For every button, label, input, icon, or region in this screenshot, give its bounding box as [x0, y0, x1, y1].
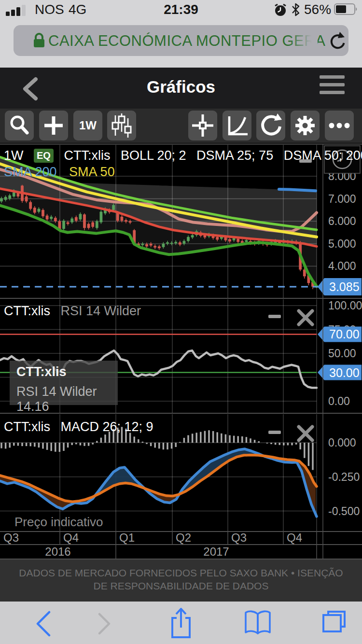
svg-text:Q3: Q3 [231, 531, 247, 544]
svg-text:30.00: 30.00 [329, 366, 360, 379]
svg-text:-0.250: -0.250 [328, 471, 360, 483]
svg-text:6.000: 6.000 [328, 215, 356, 227]
svg-text:-0.500: -0.500 [328, 505, 360, 518]
main-interval: 1W [4, 148, 24, 163]
macd-minimize-button[interactable] [268, 431, 281, 434]
svg-text:0.00: 0.00 [328, 395, 350, 407]
iphone-screen: NOS 4G 21:39 56% CAIXA ECONÓMICA MONTEPI… [0, 0, 362, 644]
svg-text:4.000: 4.000 [328, 260, 356, 272]
macd-symbol: CTT:xlis [4, 420, 50, 434]
rsi-tooltip-symbol: CTT:xlis [16, 364, 111, 379]
indicator-boll: BOLL 20; 2 [121, 148, 186, 163]
equity-badge: EQ [34, 149, 54, 163]
indicator-dsma1: DSMA 25; 75 [196, 148, 273, 163]
svg-text:Q4: Q4 [63, 531, 79, 544]
main-symbol: CTT:xlis [64, 148, 110, 163]
rsi-minimize-button[interactable] [268, 315, 281, 318]
svg-text:100.00: 100.00 [328, 299, 362, 312]
svg-text:0.000: 0.000 [328, 436, 356, 449]
macd-close-button[interactable] [296, 424, 315, 443]
sma50-label: SMA 50 [69, 165, 115, 179]
svg-text:5.000: 5.000 [328, 238, 356, 250]
main-minimize-button[interactable] [299, 159, 312, 163]
svg-text:Q1: Q1 [119, 531, 135, 544]
svg-text:70.00: 70.00 [329, 327, 360, 341]
rsi-tooltip: CTT:xlis RSI 14 Wilder 14.16 [10, 361, 118, 405]
svg-text:Q4: Q4 [287, 531, 302, 544]
indicative-price-note: Preço indicativo [14, 515, 103, 530]
svg-text:3.085: 3.085 [329, 280, 360, 294]
main-chart-legend: SMA 200 SMA 50 [4, 165, 115, 180]
svg-text:2016: 2016 [45, 545, 70, 558]
rsi-name: RSI 14 Wilder [61, 304, 141, 318]
svg-text:7.000: 7.000 [328, 193, 356, 205]
rsi-close-button[interactable] [296, 308, 315, 327]
svg-text:2017: 2017 [203, 545, 229, 558]
rsi-tooltip-value: RSI 14 Wilder 14.16 [16, 384, 111, 414]
macd-name: MACD 26; 12; 9 [61, 420, 153, 434]
rsi-panel-header: CTT:xlis RSI 14 Wilder [4, 304, 148, 319]
svg-text:Q2: Q2 [176, 531, 191, 544]
sma200-label: SMA 200 [4, 165, 57, 179]
macd-panel-header: CTT:xlis MACD 26; 12; 9 [4, 420, 160, 434]
rsi-symbol: CTT:xlis [4, 304, 50, 318]
svg-text:Q3: Q3 [3, 531, 19, 544]
svg-text:50.00: 50.00 [328, 347, 356, 360]
indicator-dsma2: DSMA 50; 200 [284, 148, 362, 163]
